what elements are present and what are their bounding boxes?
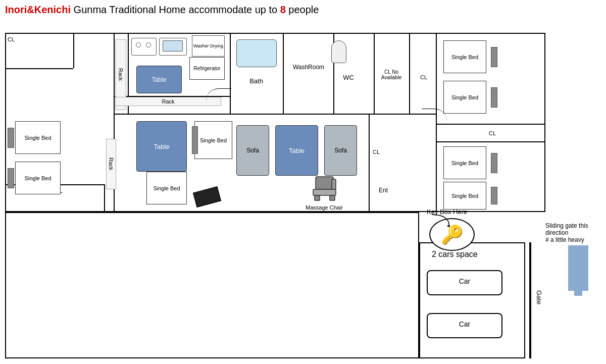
cl-label-bathright: CL <box>414 44 433 110</box>
cl-label-topleft: CL <box>8 36 15 42</box>
garden-area <box>5 212 419 358</box>
sofa-right: Sofa <box>324 125 357 176</box>
washer-dryer: Washer Drying <box>192 35 225 57</box>
title-number: 8 <box>280 4 286 15</box>
key-arrow <box>429 212 454 232</box>
gate-arrow-icon <box>568 245 588 301</box>
wall-cl-cl2 <box>409 33 410 114</box>
svg-rect-0 <box>316 177 333 189</box>
gate-line <box>529 242 531 358</box>
bed-tv-area: Single Bed <box>146 172 187 204</box>
wall-cl-topleft-v <box>73 33 74 68</box>
cl-label-rightmid: CL <box>442 126 543 140</box>
toilet-icon <box>331 40 346 63</box>
svg-rect-3 <box>330 195 335 200</box>
gate-label: Gate <box>535 290 543 304</box>
wall-bath-washroom <box>283 33 284 114</box>
rack-label-mid: Rack <box>106 139 116 189</box>
stove-icon <box>131 38 157 56</box>
bed-pillar-mid1 <box>192 126 198 154</box>
bed-right-bot1: Single Bed <box>443 146 486 179</box>
massage-chair-area <box>311 174 346 207</box>
gate-arrow-container: Sliding gate this direction # a little h… <box>545 222 606 301</box>
car-space-1: Car <box>427 270 502 295</box>
page-title: Inori&Kenichi Gunma Traditional Home acc… <box>5 4 319 16</box>
floorplan: { "title": { "brand": "Inori&Kenichi", "… <box>0 0 606 364</box>
brand-name: Inori&Kenichi <box>5 4 71 15</box>
parking-area <box>419 242 525 358</box>
sliding-gate-text: Sliding gate this direction # a little h… <box>545 222 606 243</box>
wall-right-cl <box>436 141 545 142</box>
car-space-2: Car <box>427 313 502 338</box>
wall-wc-cl <box>374 33 375 114</box>
burner2 <box>146 42 151 47</box>
bed-right-top2: Single Bed <box>443 81 486 114</box>
main-table: Table <box>136 121 187 172</box>
title-rest: Gunma Traditional Home accommodate up to <box>71 4 280 15</box>
svg-rect-2 <box>315 195 320 200</box>
washroom-label: WashRoom <box>286 55 331 80</box>
rack-label-bottom: Rack <box>115 97 221 106</box>
wall-cl-bottomleft <box>104 184 105 212</box>
wall-cl-right <box>369 114 370 212</box>
bed-left2: Single Bed <box>15 162 61 194</box>
title-suffix: people <box>286 4 319 15</box>
bed-mid1: Single Bed <box>194 121 232 159</box>
bed-pillar-rt1 <box>491 47 497 67</box>
wall-horizontal-mid <box>114 114 437 115</box>
bed-right-bot2: Single Bed <box>443 182 486 210</box>
ent-label: Ent <box>379 187 388 194</box>
center-table: Table <box>275 125 318 176</box>
cl-no-available-label: CL No Available <box>376 38 407 111</box>
bed-pillar-rb2 <box>491 187 497 204</box>
sofa-left: Sofa <box>236 125 269 176</box>
svg-rect-4 <box>332 179 336 189</box>
door-arc-bath <box>206 88 231 114</box>
parking-label: 2 cars space <box>432 250 478 259</box>
burner1 <box>136 42 141 47</box>
bed-pillar-l1 <box>8 128 14 148</box>
door-arc-right <box>422 109 447 134</box>
bathtub <box>236 39 277 67</box>
bed-right-top1: Single Bed <box>443 40 486 73</box>
wall-right-mid <box>436 124 545 125</box>
sink-basin <box>163 40 183 51</box>
bed-pillar-l2 <box>8 168 14 188</box>
refrigerator: Refrigerator <box>189 57 225 80</box>
sink-icon <box>159 38 187 56</box>
kitchen-table: Table <box>136 66 182 93</box>
wall-cl-topleft-h <box>5 68 73 69</box>
bed-pillar-rt2 <box>491 87 497 108</box>
massage-chair-icon <box>311 174 341 202</box>
svg-rect-1 <box>313 189 336 195</box>
massage-chair-label: Massage Chair <box>306 204 343 211</box>
bed-pillar-rb1 <box>491 153 497 173</box>
cl-label-living: CL <box>373 149 380 155</box>
bed-left1: Single Bed <box>15 121 61 154</box>
